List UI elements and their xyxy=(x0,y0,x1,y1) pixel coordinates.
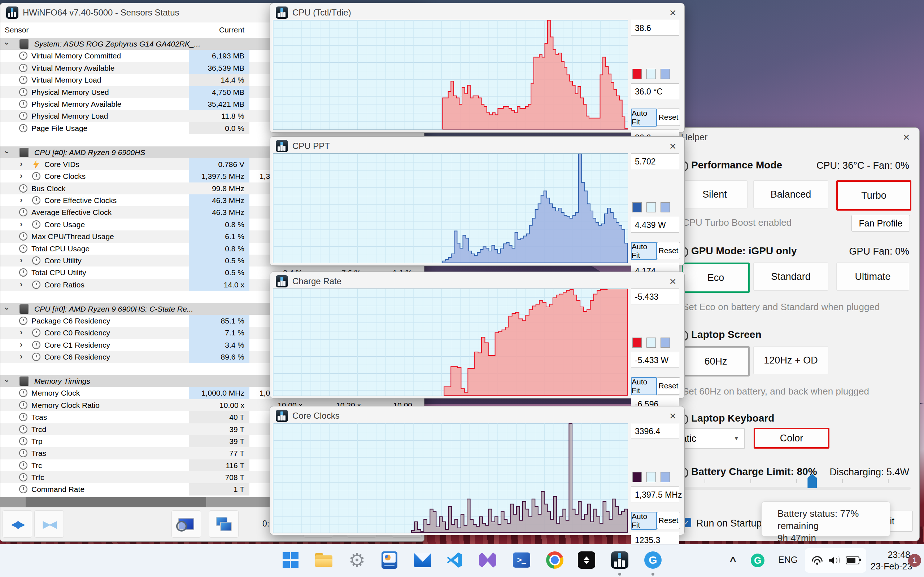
vscode-icon xyxy=(446,551,463,569)
chevron-right-icon[interactable]: › xyxy=(20,328,23,337)
tray-chevron-up-icon[interactable]: ^ xyxy=(730,554,736,567)
taskbar-vscode[interactable] xyxy=(444,550,465,571)
hwinfo-app-icon xyxy=(276,410,288,422)
perf-silent-button[interactable]: Silent xyxy=(682,180,748,208)
legend-swatches xyxy=(632,69,670,79)
slider-tick xyxy=(888,479,888,483)
chevron-right-icon[interactable]: › xyxy=(20,195,23,205)
legend-swatches xyxy=(632,338,670,348)
gpu-mode-heading: GPU Mode: iGPU only xyxy=(691,245,796,257)
arrows-in-icon: ▶◀ xyxy=(43,518,55,530)
screen-inspect-button[interactable] xyxy=(171,510,201,538)
graph-title: CPU (Tctl/Tdie) xyxy=(292,8,351,18)
graph-close-icon[interactable]: × xyxy=(665,5,681,20)
auto-fit-button[interactable]: Auto Fit xyxy=(631,108,657,127)
reset-button[interactable]: Reset xyxy=(657,242,680,259)
ghelper-titlebar[interactable]: G-Helper xyxy=(661,128,919,147)
remote-monitor-button[interactable] xyxy=(209,510,239,538)
start-button[interactable] xyxy=(280,550,301,571)
legend-swatches xyxy=(632,472,670,482)
graph-close-icon[interactable]: × xyxy=(665,409,681,423)
taskbar-settings[interactable]: ⚙ xyxy=(347,550,367,571)
expand-columns-button[interactable]: ◀▶ xyxy=(3,510,32,538)
chevron-down-icon[interactable]: › xyxy=(2,42,11,45)
chevron-right-icon[interactable]: › xyxy=(20,256,23,265)
screen-60hz-button[interactable]: 60Hz xyxy=(682,346,750,377)
column-current[interactable]: Current xyxy=(189,26,244,34)
taskbar-stream-deck[interactable] xyxy=(576,550,597,571)
graph-titlebar[interactable]: Charge Rate xyxy=(270,272,684,291)
gpu-eco-button[interactable]: Eco xyxy=(682,263,750,293)
chevron-right-icon[interactable]: › xyxy=(20,352,23,361)
hwinfo-app-icon xyxy=(276,6,288,19)
graph-window-cpu-temp: CPU (Tctl/Tdie) × 38.6 36.0 °C Auto Fit … xyxy=(270,3,685,133)
notification-badge[interactable]: 1 xyxy=(908,554,921,567)
current-value: 1,397.5 MHz xyxy=(631,487,679,502)
running-indicator xyxy=(618,573,621,575)
chevron-down-icon[interactable]: › xyxy=(2,151,11,153)
chevron-right-icon[interactable]: › xyxy=(20,171,23,181)
gpu-ultimate-button[interactable]: Ultimate xyxy=(836,263,909,291)
reset-button[interactable]: Reset xyxy=(657,377,680,395)
tray-date: 23-Feb-23 xyxy=(871,561,910,572)
sensor-clock-icon xyxy=(19,473,27,482)
sensor-clock-icon xyxy=(19,184,27,193)
perf-balanced-button[interactable]: Balanced xyxy=(753,180,828,208)
clock[interactable]: 23:48 23-Feb-23 xyxy=(871,549,910,572)
column-sensor[interactable]: Sensor xyxy=(5,26,29,34)
sensor-clock-icon xyxy=(32,280,40,289)
quick-settings[interactable] xyxy=(805,548,866,573)
chevron-right-icon[interactable]: › xyxy=(20,340,23,350)
grammarly-tray-icon[interactable]: G xyxy=(751,554,764,567)
taskbar-chrome[interactable] xyxy=(544,550,565,571)
chevron-right-icon[interactable]: › xyxy=(20,220,23,229)
chip-icon xyxy=(19,305,29,314)
chip-icon xyxy=(19,148,29,157)
hwinfo-app-icon xyxy=(276,140,288,152)
reset-button[interactable]: Reset xyxy=(657,108,680,126)
powershell-icon: >_ xyxy=(513,553,530,567)
chevron-down-icon[interactable]: › xyxy=(2,379,11,382)
taskbar-visual-studio[interactable] xyxy=(477,550,498,571)
graph-close-icon[interactable]: × xyxy=(665,274,681,288)
arrows-out-icon: ◀▶ xyxy=(11,518,23,530)
fan-profile-button[interactable]: Fan Profile xyxy=(851,215,910,232)
battery-limit-slider[interactable] xyxy=(682,487,911,490)
chevron-right-icon[interactable]: › xyxy=(20,160,23,169)
ghelper-close-icon[interactable]: × xyxy=(898,130,914,144)
taskbar-ghelper[interactable]: G xyxy=(643,550,663,571)
screen-120hz-button[interactable]: 120Hz + OD xyxy=(753,346,828,374)
graph-close-icon[interactable]: × xyxy=(665,139,681,153)
scrollbar-thumb[interactable] xyxy=(26,497,206,507)
chevron-right-icon[interactable]: › xyxy=(20,280,23,289)
taskbar-mail[interactable] xyxy=(412,550,433,571)
graph-titlebar[interactable]: CPU (Tctl/Tdie) xyxy=(270,3,684,22)
auto-fit-button[interactable]: Auto Fit xyxy=(631,377,657,395)
graph-side-panel: -5.433 -5.433 W Auto Fit Reset -6.596 xyxy=(631,288,682,398)
collapse-columns-button[interactable]: ▶◀ xyxy=(34,510,64,538)
plot-area xyxy=(273,153,628,263)
graph-window-core-clocks: Core Clocks × 3396.4 1,397.5 MHz Auto Fi… xyxy=(270,406,685,535)
auto-fit-button[interactable]: Auto Fit xyxy=(631,512,657,530)
sensor-clock-icon xyxy=(19,208,27,216)
taskbar-system-monitor[interactable] xyxy=(379,550,400,571)
taskbar-powershell[interactable]: >_ xyxy=(511,550,532,571)
folder-icon xyxy=(315,553,333,567)
sensor-clock-icon xyxy=(32,353,40,361)
perf-turbo-button[interactable]: Turbo xyxy=(836,180,911,211)
graph-titlebar[interactable]: Core Clocks xyxy=(270,406,684,425)
keyboard-color-button[interactable]: Color xyxy=(754,428,829,449)
gpu-standard-button[interactable]: Standard xyxy=(753,263,828,291)
chevron-down-icon[interactable]: › xyxy=(2,307,11,310)
reset-button[interactable]: Reset xyxy=(657,512,680,529)
cpu-temp-fan-status: CPU: 36°C - Fan: 0% xyxy=(816,160,909,171)
tray-time: 23:48 xyxy=(871,549,910,561)
sensor-clock-icon xyxy=(32,172,40,180)
dual-monitor-icon xyxy=(216,517,232,531)
graph-title: Charge Rate xyxy=(292,276,341,286)
taskbar-file-explorer[interactable] xyxy=(313,550,334,571)
graph-titlebar[interactable]: CPU PPT xyxy=(270,137,684,155)
auto-fit-button[interactable]: Auto Fit xyxy=(631,242,657,260)
language-indicator[interactable]: ENG xyxy=(778,554,798,565)
taskbar-hwinfo[interactable] xyxy=(609,550,630,571)
